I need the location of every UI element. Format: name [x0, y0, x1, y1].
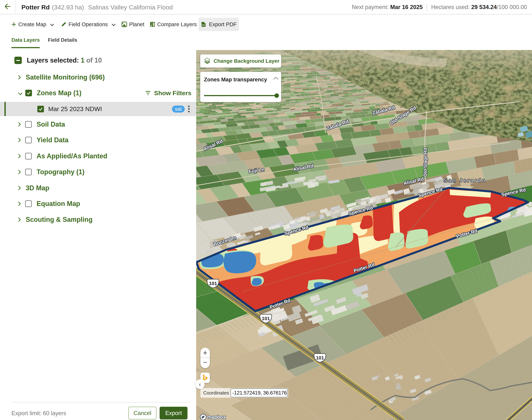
svg-text:101: 101 — [262, 316, 270, 321]
svg-text:101: 101 — [209, 281, 217, 286]
svg-text:San Jerardo: San Jerardo — [444, 178, 486, 183]
svg-text:PDF: PDF — [202, 24, 205, 26]
svg-text:Old Stage Rd: Old Stage Rd — [423, 148, 428, 177]
svg-text:mapbox: mapbox — [207, 414, 226, 420]
svg-text:101: 101 — [316, 355, 324, 360]
